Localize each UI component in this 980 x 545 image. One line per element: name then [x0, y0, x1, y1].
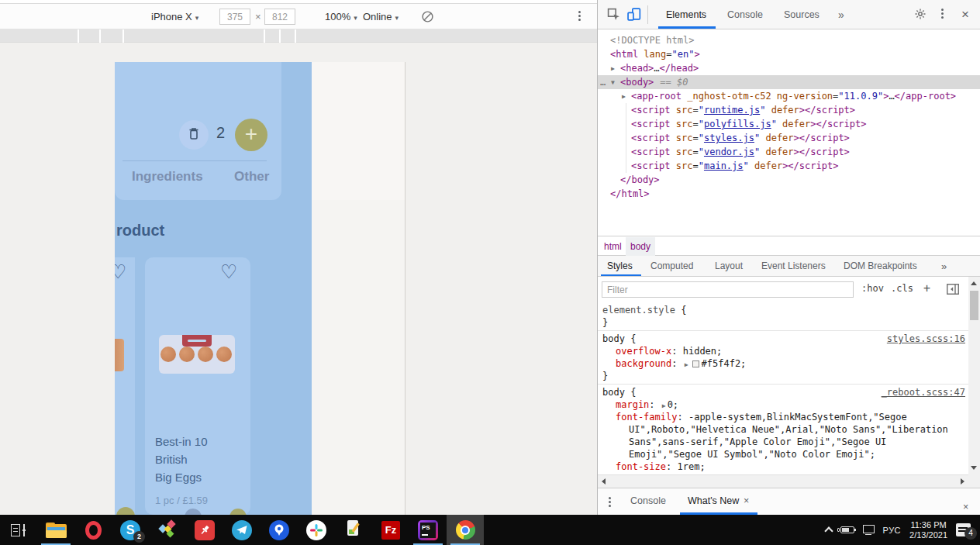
tab-styles[interactable]: Styles — [607, 256, 633, 277]
new-style-rule-button[interactable]: + — [923, 281, 930, 295]
style-rule-body-styles-scss[interactable]: styles.scss:16 body { overflow-x: hidden… — [598, 330, 968, 384]
remove-from-cart-button[interactable] — [179, 120, 209, 150]
expand-arrow-icon[interactable]: ▶ — [662, 402, 666, 409]
add-to-cart-button[interactable]: + — [235, 119, 267, 151]
toggle-class-editor[interactable]: .cls — [891, 283, 913, 294]
drawer-tab-console[interactable]: Console — [630, 488, 666, 515]
breadcrumb-body[interactable]: body — [626, 237, 655, 256]
taskbar-notes-app[interactable] — [335, 515, 372, 545]
start-button[interactable] — [0, 515, 37, 545]
device-toolbar-toggle-icon[interactable] — [627, 8, 642, 24]
script-src-link[interactable]: runtime.js — [704, 105, 760, 116]
product-card-left-partial[interactable] — [115, 257, 135, 515]
drawer-tab-whats-new[interactable]: What's New — [688, 488, 739, 515]
code-line[interactable]: <html lang="en"> — [598, 47, 980, 61]
taskbar-app-key[interactable] — [261, 515, 298, 545]
close-devtools-icon[interactable]: × — [961, 8, 969, 22]
code-line-selected[interactable]: …▼<body>== $0 — [598, 75, 980, 89]
more-actions-icon[interactable]: … — [600, 75, 606, 89]
emulated-device-screen[interactable]: mi-Skimmed 6 x 1L 2 + Ingredients Other — [115, 62, 405, 515]
script-src-link[interactable]: main.js — [704, 160, 744, 171]
taskbar-file-explorer[interactable] — [37, 515, 74, 545]
code-line[interactable]: <script src="main.js" defer></script> — [598, 159, 980, 173]
inspect-element-icon[interactable] — [607, 8, 620, 24]
code-line[interactable]: ▶<head>…</head> — [598, 61, 980, 75]
device-toolbar-menu-icon[interactable] — [578, 9, 581, 22]
viewport-height-input[interactable] — [264, 9, 295, 25]
toggle-hover-state[interactable]: :hov — [861, 283, 884, 294]
style-rule-element[interactable]: element.style { } — [598, 302, 968, 330]
close-tab-icon[interactable]: × — [744, 488, 749, 515]
taskbar-clock[interactable]: 11:36 PM 2/13/2021 — [909, 520, 947, 540]
favorite-heart-icon[interactable]: ♡ — [220, 260, 237, 283]
gear-icon[interactable] — [914, 8, 927, 23]
code-line[interactable]: <script src="runtime.js" defer></script> — [598, 103, 980, 117]
code-line[interactable]: <script src="polyfills.js" defer></scrip… — [598, 117, 980, 131]
tab-event-listeners[interactable]: Event Listeners — [761, 256, 826, 277]
code-line[interactable]: </html> — [598, 187, 980, 201]
tab-computed[interactable]: Computed — [650, 256, 693, 277]
stylesheet-link[interactable]: styles.scss:16 — [887, 333, 965, 344]
code-line[interactable]: <script src="styles.js" defer></script> — [598, 131, 980, 145]
script-src-link[interactable]: styles.js — [704, 133, 754, 143]
scrollbar-thumb[interactable] — [970, 291, 978, 320]
scroll-down-icon[interactable] — [971, 466, 977, 470]
inspect-highlight-body[interactable]: mi-Skimmed 6 x 1L 2 + Ingredients Other — [115, 62, 312, 515]
taskbar-app-pin[interactable] — [186, 515, 223, 545]
more-tabs-icon[interactable]: » — [941, 256, 947, 277]
scroll-right-icon[interactable] — [961, 478, 964, 485]
color-swatch[interactable] — [692, 360, 699, 367]
styles-filter-input[interactable] — [602, 281, 854, 298]
tab-layout[interactable]: Layout — [715, 256, 743, 277]
styles-vertical-scrollbar[interactable] — [968, 277, 980, 474]
network-throttle-select[interactable]: Online▾ — [363, 11, 399, 22]
expand-arrow-icon[interactable]: ▶ — [685, 361, 688, 368]
tab-ingredients[interactable]: Ingredients — [132, 169, 203, 185]
tab-console[interactable]: Console — [727, 0, 763, 29]
device-select[interactable]: iPhone X▾ — [151, 11, 198, 22]
taskbar-opera[interactable] — [74, 515, 112, 545]
tab-dom-breakpoints[interactable]: DOM Breakpoints — [844, 256, 917, 277]
font-family-declaration[interactable]: font-family: -apple-system,BlinkMacSyste… — [598, 411, 962, 460]
taskbar-telegram[interactable] — [223, 515, 261, 545]
favorite-heart-icon[interactable]: ♡ — [115, 260, 126, 283]
rotate-device-icon[interactable] — [421, 10, 434, 26]
device-toolbar: iPhone X▾ × 100%▾ Online▾ — [0, 4, 597, 29]
tray-expand-chevron-icon[interactable] — [824, 526, 833, 535]
code-line[interactable]: </body> — [598, 173, 980, 187]
breadcrumb-html[interactable]: html — [599, 237, 626, 256]
battery-icon[interactable] — [840, 526, 854, 533]
code-line[interactable]: <!DOCTYPE html> — [598, 33, 980, 47]
stylesheet-link[interactable]: _reboot.scss:47 — [882, 387, 965, 398]
code-line[interactable]: <script src="vendor.js" defer></script> — [598, 145, 980, 159]
tab-elements[interactable]: Elements — [666, 0, 706, 29]
dock-sidebar-icon[interactable] — [947, 284, 959, 297]
script-src-link[interactable]: vendor.js — [704, 147, 754, 157]
script-src-link[interactable]: polyfills.js — [704, 119, 771, 129]
taskbar-slack[interactable] — [298, 515, 335, 545]
devtools-menu-icon[interactable] — [941, 7, 944, 20]
language-indicator[interactable]: РУС — [883, 526, 902, 535]
expand-arrow-icon[interactable]: ▶ — [611, 62, 615, 76]
media-query-bar[interactable] — [0, 29, 597, 43]
code-line[interactable]: ▶<app-root _nghost-otm-c52 ng-version="1… — [598, 89, 980, 103]
more-tabs-icon[interactable]: » — [838, 0, 844, 29]
taskbar-skype[interactable]: S 2 — [112, 515, 149, 545]
zoom-select[interactable]: 100%▾ — [325, 11, 357, 22]
telegram-icon — [232, 520, 252, 540]
expand-arrow-icon[interactable]: ▶ — [622, 90, 626, 104]
taskbar-filezilla[interactable]: Fz — [372, 515, 409, 545]
taskbar-chrome-active[interactable] — [447, 515, 484, 545]
scroll-left-icon[interactable] — [602, 478, 606, 485]
scroll-up-icon[interactable] — [971, 281, 977, 285]
tab-sources[interactable]: Sources — [784, 0, 820, 29]
action-center-icon[interactable]: 4 — [956, 523, 971, 536]
tab-other[interactable]: Other — [234, 169, 269, 185]
collapse-arrow-icon[interactable]: ▼ — [611, 76, 615, 90]
taskbar-phpstorm[interactable]: PS — [409, 515, 447, 545]
style-rule-body-reboot-scss[interactable]: _reboot.scss:47 body { margin: ▶0; font-… — [598, 384, 968, 474]
taskbar-app-diamond[interactable] — [149, 515, 186, 545]
viewport-width-input[interactable] — [219, 9, 250, 25]
styles-horizontal-scrollbar[interactable] — [598, 474, 968, 488]
network-icon[interactable] — [863, 525, 875, 536]
